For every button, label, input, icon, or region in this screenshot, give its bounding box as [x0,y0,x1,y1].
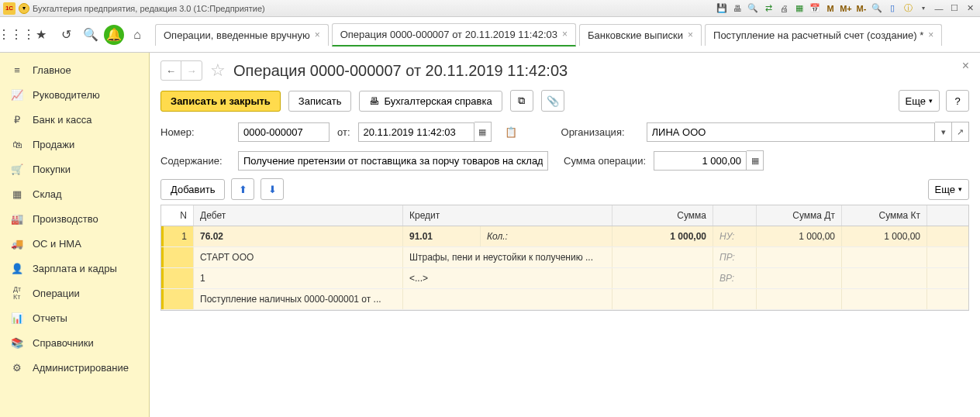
content-label: Содержание: [160,155,230,167]
header-sum[interactable]: Сумма [612,205,713,226]
star-icon[interactable]: ☆ [210,60,226,81]
header-credit[interactable]: Кредит [403,205,612,226]
report-label: Бухгалтерская справка [384,95,492,107]
sidebar-item-main[interactable]: ≡Главное [0,57,149,82]
close-icon[interactable]: × [315,29,320,40]
close-icon[interactable]: × [688,29,693,40]
grid-header: N Дебет Кредит Сумма Сумма Дт Сумма Кт [161,205,968,226]
sidebar-item-admin[interactable]: ⚙Администрирование [0,355,149,380]
tab-operation[interactable]: Операция 0000-000007 от 20.11.2019 11:42… [332,23,576,47]
cell-credit-analytic: Штрафы, пени и неустойки к получению ... [403,247,612,267]
search-icon[interactable]: 🔍 [79,23,102,47]
app-menu-dropdown[interactable]: ▾ [19,3,29,14]
date-input[interactable] [358,122,474,142]
minimize-icon[interactable]: — [932,2,946,15]
memory-m[interactable]: M [823,2,837,15]
cart-icon: 🛒 [11,163,23,175]
close-document-icon[interactable]: × [962,59,969,73]
tab-incoming-payment[interactable]: Поступление на расчетный счет (создание)… [705,24,942,46]
calendar-picker-icon[interactable]: ▦ [474,122,492,142]
nav-forward-icon[interactable]: → [181,61,202,80]
home-icon[interactable]: ⌂ [126,23,149,47]
dropdown-icon[interactable]: ▾ [935,122,952,142]
table-more-button[interactable]: Еще▾ [928,179,969,200]
entries-grid: N Дебет Кредит Сумма Сумма Дт Сумма Кт 1… [160,205,969,311]
sidebar-label: Справочники [33,337,94,349]
help-button[interactable]: ? [946,90,969,112]
sidebar-item-operations[interactable]: ДтКтОперации [0,281,149,305]
cell-vr: ВР: [713,268,757,288]
more-button[interactable]: Еще▾ [899,90,940,112]
header-n[interactable]: N [161,205,194,226]
sidebar-item-warehouse[interactable]: ▦Склад [0,181,149,206]
move-up-icon[interactable]: ⬆ [231,178,254,200]
cell-credit-acc: 91.01 [403,226,481,246]
apps-icon[interactable]: ⋮⋮⋮ [5,23,28,47]
sidebar-item-bank[interactable]: ₽Банк и касса [0,107,149,132]
tab-bank-statements[interactable]: Банковские выписки × [579,24,702,46]
sidebar-item-assets[interactable]: 🚚ОС и НМА [0,231,149,256]
cell-debit-doc: Поступление наличных 0000-000001 от ... [194,289,403,309]
info-dropdown-icon[interactable]: ▾ [916,2,930,15]
content-input[interactable] [238,151,548,171]
favorite-icon[interactable]: ★ [29,23,53,47]
history-icon[interactable]: ↺ [54,23,78,47]
sidebar-item-purchases[interactable]: 🛒Покупки [0,157,149,181]
sidebar: ≡Главное 📈Руководителю ₽Банк и касса 🛍Пр… [0,53,150,417]
chart-icon: 📈 [11,88,23,101]
date-icon[interactable]: 📅 [808,2,822,15]
cell-pr: ПР: [713,247,757,267]
sumop-input[interactable] [654,151,747,171]
preview-icon[interactable]: 🔍 [746,2,760,15]
save-button[interactable]: Записать [288,91,352,112]
nav-back-icon[interactable]: ← [161,61,181,80]
table-row[interactable]: Поступление наличных 0000-000001 от ... [161,289,968,310]
table-row[interactable]: 1 <...> ВР: [161,268,968,289]
save-disk-icon[interactable]: 💾 [715,2,729,15]
table-row[interactable]: 1 76.02 91.01 Кол.: 1 000,00 НУ: 1 000,0… [161,226,968,247]
compare-icon[interactable]: ⇄ [761,2,775,15]
print2-icon[interactable]: 🖨 [777,2,791,15]
notifications-icon[interactable]: 🔔 [104,25,124,45]
panel-icon[interactable]: ▯ [885,2,899,15]
maximize-icon[interactable]: ☐ [947,2,961,15]
sidebar-label: Операции [33,288,80,299]
memory-mminus[interactable]: M- [854,2,868,15]
open-icon[interactable]: ↗ [952,122,969,142]
header-sumdt[interactable]: Сумма Дт [757,205,842,226]
tab-manual-operations[interactable]: Операции, введенные вручную × [155,24,329,46]
number-input[interactable] [238,122,330,142]
add-row-button[interactable]: Добавить [160,179,225,200]
info-icon[interactable]: ⓘ [901,2,915,15]
sidebar-item-sales[interactable]: 🛍Продажи [0,132,149,157]
sidebar-item-production[interactable]: 🏭Производство [0,206,149,231]
cell-credit-sub: <...> [403,268,612,288]
close-icon[interactable]: × [562,29,568,40]
sidebar-item-manager[interactable]: 📈Руководителю [0,82,149,107]
cell-sum: 1 000,00 [612,226,713,246]
save-close-button[interactable]: Записать и закрыть [160,91,281,112]
org-input[interactable] [647,122,935,142]
report-button[interactable]: 🖶 Бухгалтерская справка [359,91,502,112]
org-label: Организация: [561,126,639,138]
header-debit[interactable]: Дебет [194,205,403,226]
memory-mplus[interactable]: M+ [839,2,853,15]
link-icon[interactable]: ⧉ [510,90,533,112]
boxes-icon: ▦ [11,188,23,200]
close-icon[interactable]: × [928,29,933,40]
move-down-icon[interactable]: ⬇ [261,178,284,200]
attach-icon[interactable]: 📎 [541,90,564,112]
calendar-icon[interactable]: ▦ [792,2,806,15]
calculator-icon[interactable]: ▦ [747,150,764,171]
close-window-icon[interactable]: ✕ [963,2,977,15]
zoom-icon[interactable]: 🔍 [870,2,884,15]
sidebar-item-salary[interactable]: 👤Зарплата и кадры [0,256,149,281]
cell-sumdt: 1 000,00 [757,226,842,246]
lock-icon[interactable]: 📋 [499,121,523,143]
sidebar-item-reports[interactable]: 📊Отчеты [0,305,149,330]
tab-label: Банковские выписки [588,29,683,41]
table-row[interactable]: СТАРТ ООО Штрафы, пени и неустойки к пол… [161,247,968,268]
print-icon[interactable]: 🖶 [730,2,744,15]
sidebar-item-catalog[interactable]: 📚Справочники [0,330,149,355]
header-sumkt[interactable]: Сумма Кт [842,205,927,226]
